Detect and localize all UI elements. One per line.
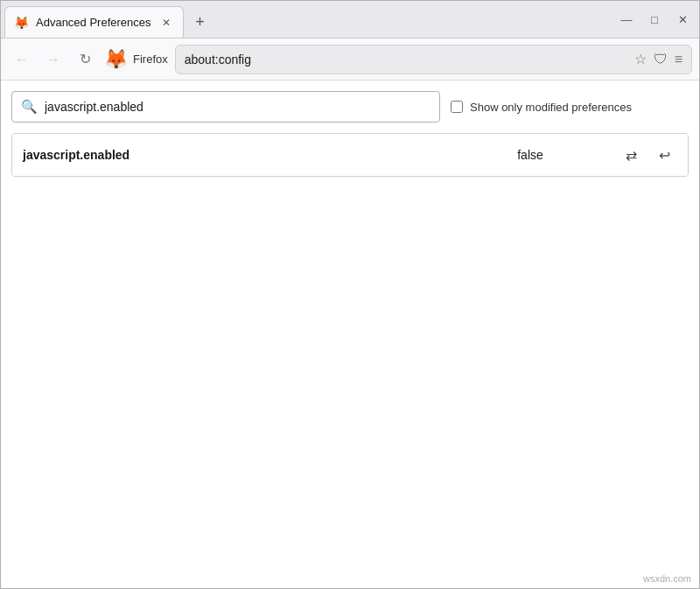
search-icon: 🔍: [21, 99, 38, 115]
tab-close-button[interactable]: ✕: [158, 15, 174, 31]
watermark: wsxdn.com: [643, 573, 691, 584]
reload-button[interactable]: ↻: [71, 46, 99, 74]
content-area: 🔍 Show only modified preferences javascr…: [1, 81, 699, 588]
tab-favicon: 🦊: [14, 16, 29, 30]
shield-icon[interactable]: 🛡: [654, 52, 668, 67]
minimize-button[interactable]: —: [620, 13, 633, 25]
menu-icon[interactable]: ≡: [675, 52, 682, 67]
pref-value: false: [443, 148, 618, 162]
tabs-area: 🦊 Advanced Preferences ✕ +: [1, 1, 610, 38]
pref-name: javascript.enabled: [23, 148, 443, 162]
tab-title: Advanced Preferences: [36, 16, 151, 29]
filter-area: Show only modified preferences: [451, 101, 632, 114]
preferences-table: javascript.enabled false ⇄ ↩: [11, 133, 689, 177]
address-text: about:config: [185, 53, 629, 67]
search-bar: 🔍 Show only modified preferences: [11, 91, 689, 123]
reset-button[interactable]: ↩: [651, 142, 677, 168]
table-row[interactable]: javascript.enabled false ⇄ ↩: [12, 134, 688, 176]
close-button[interactable]: ✕: [676, 13, 689, 25]
firefox-label: Firefox: [133, 53, 168, 66]
address-bar[interactable]: about:config ☆ 🛡 ≡: [175, 45, 692, 74]
window-controls: — □ ✕: [610, 1, 699, 38]
bookmark-icon[interactable]: ☆: [634, 51, 647, 67]
filter-label: Show only modified preferences: [470, 101, 632, 114]
toggle-button[interactable]: ⇄: [618, 142, 644, 168]
active-tab[interactable]: 🦊 Advanced Preferences ✕: [4, 6, 184, 38]
forward-button[interactable]: →: [39, 46, 67, 74]
search-input[interactable]: [45, 100, 430, 114]
nav-bar: ← → ↻ 🦊 Firefox about:config ☆ 🛡 ≡: [1, 39, 699, 81]
firefox-logo: 🦊: [104, 48, 128, 71]
title-bar: 🦊 Advanced Preferences ✕ + — □ ✕: [1, 1, 699, 39]
address-icons: ☆ 🛡 ≡: [634, 51, 682, 67]
pref-actions: ⇄ ↩: [618, 142, 677, 168]
search-input-container[interactable]: 🔍: [11, 91, 440, 123]
maximize-button[interactable]: □: [648, 13, 661, 25]
back-button[interactable]: ←: [8, 46, 36, 74]
show-modified-checkbox[interactable]: [451, 101, 463, 113]
browser-window: 🦊 Advanced Preferences ✕ + — □ ✕ ← → ↻ 🦊…: [0, 0, 700, 589]
new-tab-button[interactable]: +: [187, 9, 214, 35]
